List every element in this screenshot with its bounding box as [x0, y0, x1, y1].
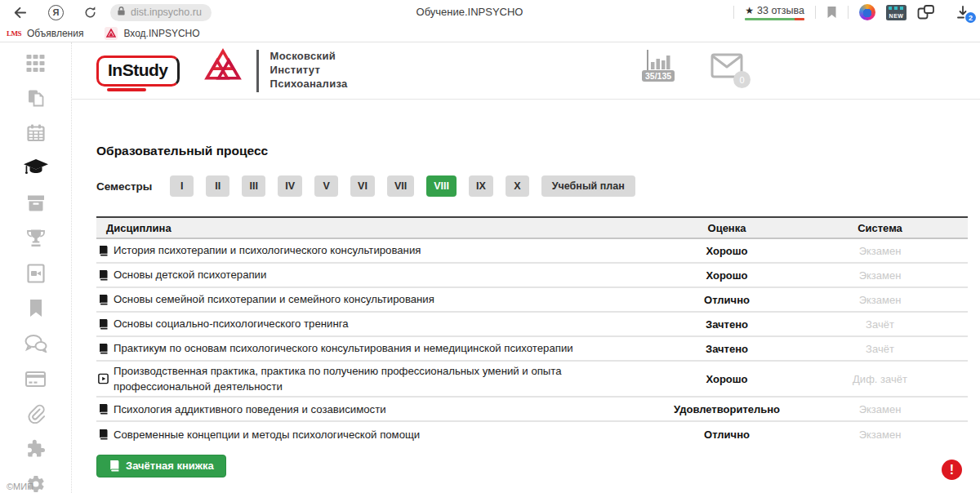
- semester-tab-V[interactable]: V: [314, 175, 338, 197]
- address-bar[interactable]: dist.inpsycho.ru: [110, 4, 212, 21]
- semester-tab-II[interactable]: II: [206, 175, 229, 197]
- sidebar-item-video-file[interactable]: [0, 264, 71, 286]
- trophy-icon: [26, 229, 46, 251]
- bookmark-icon: [28, 299, 44, 322]
- downloads-badge: 2: [965, 12, 976, 23]
- grid-icon: [25, 54, 46, 75]
- main-content: InStudy Московский Институт Психоанализа: [72, 42, 980, 493]
- mip-triangles-logo-icon: [201, 48, 245, 94]
- semester-tab-IX[interactable]: IX: [469, 175, 493, 197]
- grade-value: Хорошо: [662, 245, 792, 257]
- reviews-rating-bar: [745, 18, 804, 20]
- header-stats: 35/135 0: [642, 48, 743, 82]
- table-row[interactable]: История психотерапии и психологического …: [96, 239, 968, 264]
- book-icon: [98, 318, 109, 330]
- sidebar-item-trophy[interactable]: [0, 229, 71, 251]
- table-row[interactable]: Основы семейной психотерапии и семейного…: [96, 288, 968, 313]
- sidebar-item-chat[interactable]: [0, 335, 71, 356]
- semester-tabs: IIIIIIIVVVIVIIVIIIIXX: [170, 175, 529, 197]
- system-value: Экзамен: [792, 294, 968, 306]
- paperclip-icon: [27, 404, 45, 427]
- book-icon: [98, 429, 109, 440]
- divider: [256, 50, 259, 92]
- system-value: Экзамен: [792, 403, 968, 415]
- tab-groups-icon[interactable]: [917, 4, 935, 20]
- progress-stats-widget[interactable]: 35/135: [642, 48, 675, 82]
- table-row[interactable]: Психология аддиктивного поведения и соза…: [96, 398, 968, 422]
- system-value: Экзамен: [792, 429, 968, 441]
- semester-tab-IV[interactable]: IV: [278, 175, 302, 197]
- grade-value: Хорошо: [662, 373, 792, 385]
- sidebar-item-archive-box[interactable]: [0, 194, 71, 215]
- new-extension-icon[interactable]: NEW: [886, 5, 906, 20]
- tab-title: Обучение.INPSYCHO: [416, 6, 523, 18]
- system-value: Зачёт: [792, 343, 968, 355]
- semesters-label: Семестры: [96, 180, 152, 193]
- sidebar-item-documents[interactable]: [0, 89, 71, 110]
- browser-toolbar: Я dist.inpsycho.ru Обучение.INPSYCHO ★ 3…: [0, 0, 980, 24]
- semester-tab-VIII[interactable]: VIII: [426, 175, 457, 197]
- bookmark-item-lms[interactable]: LMS Объявления: [7, 28, 83, 39]
- mip-favicon-icon: [105, 27, 118, 40]
- semester-tab-III[interactable]: III: [242, 175, 265, 197]
- semester-tab-VI[interactable]: VI: [350, 175, 375, 197]
- sidebar: ©МИП: [0, 42, 72, 493]
- sidebar-item-bookmark[interactable]: [0, 300, 71, 321]
- puzzle-icon: [26, 439, 46, 462]
- bookmark-flag-icon[interactable]: [826, 6, 837, 19]
- error-alert-icon[interactable]: !: [942, 460, 962, 480]
- back-icon[interactable]: [11, 5, 27, 20]
- instudy-logo[interactable]: InStudy: [96, 56, 180, 87]
- chat-icon: [24, 335, 47, 356]
- discipline-name: Производственная практика, практика по п…: [114, 363, 629, 394]
- calendar-icon: [26, 123, 46, 146]
- discipline-name: История психотерапии и психологического …: [114, 242, 421, 258]
- divider: [815, 6, 816, 19]
- yandex-profile-icon[interactable]: Я: [48, 5, 64, 20]
- graduation-cap-icon: [24, 159, 48, 180]
- column-grade: Оценка: [662, 222, 792, 234]
- study-plan-button[interactable]: Учебный план: [541, 175, 635, 197]
- semester-tab-VII[interactable]: VII: [387, 175, 414, 197]
- copyright: ©МИП: [7, 482, 33, 491]
- table-row[interactable]: Основы социально-психологического тренин…: [96, 313, 968, 337]
- discipline-name: Практикум по основам психологического ко…: [114, 340, 573, 356]
- reload-icon[interactable]: [83, 6, 97, 20]
- grade-value: Зачтено: [662, 318, 792, 331]
- sidebar-item-grid[interactable]: [0, 54, 71, 75]
- downloads-icon[interactable]: 2: [956, 5, 970, 20]
- sidebar-item-credit-card[interactable]: [0, 370, 71, 391]
- archive-box-icon: [26, 194, 46, 215]
- sidebar-item-calendar[interactable]: [0, 124, 71, 145]
- table-row[interactable]: Производственная практика, практика по п…: [96, 362, 968, 398]
- grade-value: Хорошо: [662, 269, 792, 282]
- browser-window: Я dist.inpsycho.ru Обучение.INPSYCHO ★ 3…: [0, 0, 980, 493]
- reviews-count: 33 отзыва: [757, 5, 804, 16]
- gradebook-button[interactable]: Зачётная книжка: [96, 455, 226, 477]
- site-header: InStudy Московский Институт Психоанализа: [72, 42, 980, 100]
- mail-widget[interactable]: 0: [710, 53, 743, 82]
- book-icon: [98, 294, 109, 305]
- discipline-name: Основы детской психотерапии: [114, 267, 266, 282]
- sidebar-item-graduation-cap[interactable]: [0, 159, 71, 180]
- table-row[interactable]: Современные концепции и методы психологи…: [96, 422, 968, 446]
- table-row[interactable]: Практикум по основам психологического ко…: [96, 337, 968, 362]
- semester-tab-X[interactable]: X: [506, 175, 529, 197]
- discipline-name: Психология аддиктивного поведения и соза…: [114, 402, 386, 417]
- mail-count-badge: 0: [733, 71, 751, 88]
- play-icon: [98, 373, 109, 384]
- divider: [848, 6, 849, 19]
- bookmark-item-inpsycho[interactable]: Вход.INPSYCHO: [105, 27, 199, 40]
- table-row[interactable]: Основы детской психотерапииХорошоЭкзамен: [96, 264, 968, 288]
- divider: [733, 6, 734, 19]
- credit-card-icon: [25, 371, 46, 390]
- semester-tab-I[interactable]: I: [170, 175, 194, 197]
- lms-icon: LMS: [7, 29, 21, 38]
- reviews-widget[interactable]: ★ 33 отзыва: [745, 5, 804, 20]
- sidebar-item-puzzle[interactable]: [0, 440, 71, 461]
- star-icon: ★: [745, 5, 754, 16]
- extension-orb-icon[interactable]: [859, 4, 875, 20]
- bookmarks-bar: LMS Объявления Вход.INPSYCHO: [0, 24, 980, 42]
- sidebar-item-paperclip[interactable]: [0, 405, 71, 426]
- column-system: Система: [792, 222, 968, 234]
